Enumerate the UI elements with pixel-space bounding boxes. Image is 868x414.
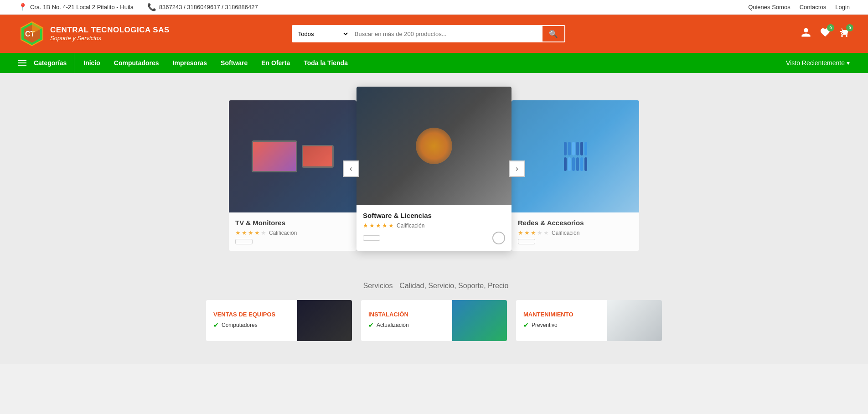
header-actions: 0 0 (801, 27, 850, 41)
check-icon-install: ✔ (368, 321, 374, 329)
wishlist-badge: 0 (827, 24, 834, 31)
tv-card-rating: ★ ★ ★ ★ ★ Calificación (235, 229, 350, 236)
wishlist-icon[interactable]: 0 (820, 27, 831, 41)
carousel-card-redes: Redes & Accesorios ★ ★ ★ ★ ★ Calificació… (512, 100, 639, 251)
servicios-section: Servicios Calidad, Servicio, Soporte, Pr… (18, 274, 850, 346)
check-icon: ✔ (213, 321, 219, 329)
carousel-card-tv: TV & Monitores ★ ★ ★ ★ ★ Calificación (229, 100, 356, 251)
servicio-mantenimiento: MANTENIMIENTO ✔ Preventivo (516, 300, 662, 341)
software-card-title: Software & Licencias (363, 212, 505, 219)
top-bar: 📍 Cra. 1B No. 4-21 Local 2 Pitalito - Hu… (0, 0, 868, 15)
software-card-rating: ★ ★ ★ ★ ★ Calificación (363, 222, 505, 229)
network-rating-text: Calificación (552, 230, 579, 236)
search-area: Todos Computadores Impresoras Software 🔍 (292, 25, 565, 42)
servicio-ventas-title: VENTAS DE EQUIPOS (213, 311, 290, 318)
nav-software[interactable]: Software (221, 59, 248, 67)
brand-sub: Soporte y Servicios (50, 35, 170, 42)
phone-contact: 📞 8367243 / 3186049617 / 3186886427 (147, 3, 258, 11)
software-card-button[interactable] (363, 235, 380, 241)
cart-icon[interactable]: 0 (839, 27, 850, 41)
servicio-ventas: VENTAS DE EQUIPOS ✔ Computadores (206, 300, 352, 341)
software-card-content: Software & Licencias ★ ★ ★ ★ ★ Calificac… (356, 205, 512, 251)
cable-row-2 (564, 157, 587, 171)
carousel-section: TV & Monitores ★ ★ ★ ★ ★ Calificación ‹ (18, 87, 850, 251)
header: CT CENTRAL TECNOLOGICA SAS Soporte y Ser… (0, 15, 868, 53)
prev-arrow-icon: ‹ (350, 165, 352, 173)
software-stars: ★ ★ ★ ★ ★ (363, 222, 394, 229)
servicio-instalacion: INSTALACIÓN ✔ Actualización (361, 300, 507, 341)
servicio-ventas-item-0: ✔ Computadores (213, 321, 290, 329)
nav-recently-viewed[interactable]: Visto Recientemente ▾ (786, 59, 850, 67)
tv-card-image (229, 100, 356, 212)
contactos-link[interactable]: Contactos (800, 4, 827, 10)
servicio-instalacion-item-0: ✔ Actualización (368, 321, 445, 329)
tv-secondary-screen (302, 145, 334, 168)
nav-links: Inicio Computadores Impresoras Software … (83, 59, 786, 67)
search-input[interactable] (349, 25, 542, 42)
servicio-mantenimiento-content: MANTENIMIENTO ✔ Preventivo (516, 304, 607, 338)
carousel-prev-button[interactable]: ‹ (343, 160, 359, 177)
tv-main-screen (252, 140, 297, 172)
servicio-mantenimiento-image (607, 300, 662, 341)
servicio-mantenimiento-item-0: ✔ Preventivo (523, 321, 600, 329)
address-text: Cra. 1B No. 4-21 Local 2 Pitalito - Huil… (30, 4, 134, 10)
hand-glow-effect (416, 128, 452, 164)
nav-computadores[interactable]: Computadores (114, 59, 159, 67)
network-card-image (512, 100, 639, 212)
tv-rating-text: Calificación (269, 230, 297, 236)
next-arrow-icon: › (516, 165, 518, 173)
servicios-heading: Servicios (363, 282, 393, 290)
network-card-rating: ★ ★ ★ ★ ★ Calificación (518, 229, 633, 236)
quienes-somos-link[interactable]: Quienes Somos (748, 4, 790, 10)
hamburger-icon (18, 60, 26, 66)
servicio-mantenimiento-title: MANTENIMIENTO (523, 311, 600, 318)
nav-impresoras[interactable]: Impresoras (173, 59, 207, 67)
software-card-image (356, 87, 512, 205)
address-contact: 📍 Cra. 1B No. 4-21 Local 2 Pitalito - Hu… (18, 3, 134, 11)
main-content: TV & Monitores ★ ★ ★ ★ ★ Calificación ‹ (0, 73, 868, 364)
servicios-subtitle: Calidad, Servicio, Soporte, Precio (399, 282, 508, 290)
nav-categories[interactable]: Categorías (18, 53, 74, 73)
software-rating-text: Calificación (397, 223, 424, 229)
servicios-grid: VENTAS DE EQUIPOS ✔ Computadores INSTALA… (18, 300, 850, 341)
phone-icon: 📞 (147, 3, 156, 11)
categories-label: Categorías (34, 59, 67, 67)
servicio-ventas-content: VENTAS DE EQUIPOS ✔ Computadores (206, 304, 297, 338)
nav-en-oferta[interactable]: En Oferta (261, 59, 290, 67)
logo-text: CENTRAL TECNOLOGICA SAS Soporte y Servic… (50, 26, 170, 42)
login-link[interactable]: Login (835, 4, 850, 10)
check-icon-maintenance: ✔ (523, 321, 529, 329)
servicio-instalacion-title: INSTALACIÓN (368, 311, 445, 318)
network-stars: ★ ★ ★ ★ ★ (518, 229, 549, 236)
tv-card-title: TV & Monitores (235, 219, 350, 227)
servicio-instalacion-image (452, 300, 507, 341)
network-card-title: Redes & Accesorios (518, 219, 633, 227)
logo-icon: CT (18, 20, 46, 47)
top-bar-left: 📍 Cra. 1B No. 4-21 Local 2 Pitalito - Hu… (18, 3, 258, 11)
servicio-ventas-image (297, 300, 352, 341)
tv-card-content: TV & Monitores ★ ★ ★ ★ ★ Calificación (229, 212, 356, 251)
cable-row-1 (564, 142, 587, 155)
tv-stars: ★ ★ ★ ★ ★ (235, 229, 266, 236)
card-circle-icon (492, 232, 505, 244)
nav-bar: Categorías Inicio Computadores Impresora… (0, 53, 868, 73)
nav-toda-tienda[interactable]: Toda la Tienda (304, 59, 348, 67)
network-card-button[interactable] (518, 239, 535, 244)
account-icon[interactable] (801, 27, 811, 41)
tv-card-button[interactable] (235, 239, 253, 244)
search-filter-select[interactable]: Todos Computadores Impresoras Software (292, 25, 349, 42)
servicios-title: Servicios Calidad, Servicio, Soporte, Pr… (18, 278, 850, 291)
nav-inicio[interactable]: Inicio (83, 59, 100, 67)
carousel-card-software: Software & Licencias ★ ★ ★ ★ ★ Calificac… (356, 87, 512, 251)
carousel-next-button[interactable]: › (509, 160, 525, 177)
brand-name: CENTRAL TECNOLOGICA SAS (50, 26, 170, 35)
search-button[interactable]: 🔍 (542, 25, 565, 42)
top-bar-right: Quienes Somos Contactos Login (748, 4, 850, 10)
network-card-content: Redes & Accesorios ★ ★ ★ ★ ★ Calificació… (512, 212, 639, 251)
cart-badge: 0 (846, 24, 853, 31)
logo-area: CT CENTRAL TECNOLOGICA SAS Soporte y Ser… (18, 20, 170, 47)
chevron-down-icon: ▾ (847, 59, 850, 67)
location-icon: 📍 (18, 3, 27, 11)
phone-text: 8367243 / 3186049617 / 3186886427 (159, 4, 258, 10)
servicio-instalacion-content: INSTALACIÓN ✔ Actualización (361, 304, 452, 338)
